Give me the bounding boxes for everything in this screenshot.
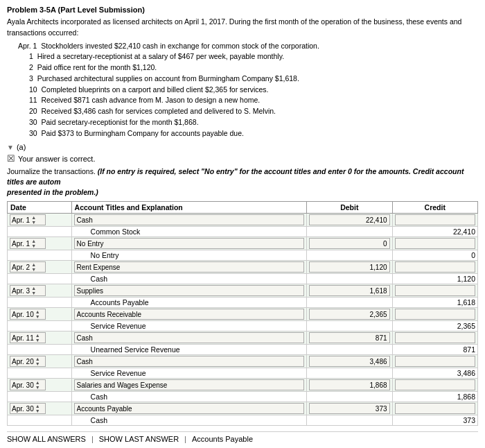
date-arrows[interactable]: ▲▼ xyxy=(31,262,36,272)
debit-input[interactable] xyxy=(309,309,389,320)
date-cell[interactable]: Apr. 30 ▲▼ xyxy=(8,379,72,392)
credit-cell[interactable] xyxy=(392,379,477,392)
credit-cell[interactable] xyxy=(392,261,477,274)
debit-input[interactable] xyxy=(309,403,389,414)
date-arrows[interactable]: ▲▼ xyxy=(35,404,40,413)
date-arrows[interactable]: ▲▼ xyxy=(35,356,40,366)
account-input[interactable] xyxy=(74,379,305,390)
account-cell[interactable] xyxy=(71,308,307,321)
account-cell-sub: Unearned Service Revenue xyxy=(71,345,307,355)
account-cell[interactable] xyxy=(71,379,307,392)
credit-input[interactable] xyxy=(395,261,475,273)
date-input[interactable]: Apr. 30 ▲▼ xyxy=(10,379,46,390)
debit-input[interactable] xyxy=(309,332,389,343)
debit-input[interactable] xyxy=(309,356,389,367)
debit-cell[interactable] xyxy=(307,402,392,415)
credit-input[interactable] xyxy=(395,309,475,320)
date-input[interactable]: Apr. 10 ▲▼ xyxy=(10,309,46,320)
date-cell[interactable]: Apr. 30 ▲▼ xyxy=(8,402,72,415)
account-cell[interactable] xyxy=(71,331,307,345)
debit-input[interactable] xyxy=(309,214,389,225)
account-cell-sub: Common Stock xyxy=(71,227,307,237)
date-arrows[interactable]: ▲▼ xyxy=(35,380,40,390)
date-cell[interactable]: Apr. 11 ▲▼ xyxy=(8,331,72,345)
account-cell[interactable] xyxy=(71,237,307,250)
table-row: Apr. 30 ▲▼ xyxy=(8,402,478,415)
date-cell[interactable]: Apr. 1 ▲▼ xyxy=(8,214,72,227)
credit-cell[interactable] xyxy=(392,237,477,250)
credit-input[interactable] xyxy=(395,403,475,414)
credit-cell[interactable] xyxy=(392,331,477,345)
date-cell-empty xyxy=(8,321,72,331)
debit-input[interactable] xyxy=(309,285,389,296)
credit-input[interactable] xyxy=(395,214,475,225)
account-input[interactable] xyxy=(74,285,305,296)
credit-input[interactable] xyxy=(395,356,475,367)
table-row: Common Stock 22,410 xyxy=(8,227,478,237)
debit-cell[interactable] xyxy=(307,355,392,368)
credit-cell-value: 373 xyxy=(392,415,477,426)
event-line-2: 1 Hired a secretary-receptionist at a sa… xyxy=(29,51,478,62)
show-last-answer-link[interactable]: SHOW LAST ANSWER xyxy=(99,435,179,443)
toggle-icon[interactable]: ▼ xyxy=(7,144,14,151)
date-arrows[interactable]: ▲▼ xyxy=(35,309,40,319)
date-cell[interactable]: Apr. 3 ▲▼ xyxy=(8,284,72,298)
account-input[interactable] xyxy=(74,214,305,225)
date-arrows[interactable]: ▲▼ xyxy=(31,239,36,248)
credit-cell[interactable] xyxy=(392,402,477,415)
account-input[interactable] xyxy=(74,261,305,273)
event-line-1: Apr. 1 Stockholders invested $22,410 cas… xyxy=(18,41,478,52)
credit-input[interactable] xyxy=(395,285,475,296)
credit-input[interactable] xyxy=(395,379,475,390)
account-cell-sub: No Entry xyxy=(71,250,307,261)
date-input[interactable]: Apr. 1 ▲▼ xyxy=(10,214,46,225)
credit-cell[interactable] xyxy=(392,355,477,368)
account-display-sub: Cash xyxy=(74,275,108,283)
debit-input[interactable] xyxy=(309,379,389,390)
col-header-date: Date xyxy=(8,202,72,214)
credit-cell[interactable] xyxy=(392,308,477,321)
date-input[interactable]: Apr. 11 ▲▼ xyxy=(10,332,46,343)
account-cell[interactable] xyxy=(71,284,307,298)
debit-cell[interactable] xyxy=(307,308,392,321)
date-arrows[interactable]: ▲▼ xyxy=(35,333,40,343)
credit-input[interactable] xyxy=(395,238,475,249)
date-arrows[interactable]: ▲▼ xyxy=(31,286,36,295)
date-input[interactable]: Apr. 20 ▲▼ xyxy=(10,356,46,367)
date-arrows[interactable]: ▲▼ xyxy=(31,215,36,225)
credit-input[interactable] xyxy=(395,332,475,343)
account-input[interactable] xyxy=(74,356,305,367)
show-all-answers-link[interactable]: SHOW ALL ANSWERS xyxy=(7,435,86,443)
credit-cell[interactable] xyxy=(392,284,477,298)
section-a-toggle[interactable]: ▼ (a) xyxy=(7,143,478,151)
date-cell[interactable]: Apr. 2 ▲▼ xyxy=(8,261,72,274)
debit-cell[interactable] xyxy=(307,379,392,392)
account-cell[interactable] xyxy=(71,214,307,227)
credit-cell[interactable] xyxy=(392,214,477,227)
debit-cell[interactable] xyxy=(307,237,392,250)
debit-input[interactable] xyxy=(309,238,389,249)
date-cell-empty xyxy=(8,227,72,237)
account-input[interactable] xyxy=(74,309,305,320)
date-cell[interactable]: Apr. 20 ▲▼ xyxy=(8,355,72,368)
debit-cell[interactable] xyxy=(307,214,392,227)
account-input[interactable] xyxy=(74,238,305,249)
date-cell-empty xyxy=(8,298,72,308)
date-cell[interactable]: Apr. 10 ▲▼ xyxy=(8,308,72,321)
date-input[interactable]: Apr. 2 ▲▼ xyxy=(10,261,46,273)
event-line-6: 11 Received $871 cash advance from M. Ja… xyxy=(29,95,478,106)
date-input[interactable]: Apr. 3 ▲▼ xyxy=(10,285,46,296)
debit-cell[interactable] xyxy=(307,261,392,274)
debit-input[interactable] xyxy=(309,261,389,273)
date-cell[interactable]: Apr. 1 ▲▼ xyxy=(8,237,72,250)
date-input[interactable]: Apr. 1 ▲▼ xyxy=(10,238,46,249)
date-input[interactable]: Apr. 30 ▲▼ xyxy=(10,403,46,414)
account-input[interactable] xyxy=(74,332,305,343)
checkbox-checked-icon: ☒ xyxy=(7,153,15,164)
account-cell[interactable] xyxy=(71,402,307,415)
account-cell[interactable] xyxy=(71,261,307,274)
debit-cell[interactable] xyxy=(307,331,392,345)
debit-cell[interactable] xyxy=(307,284,392,298)
account-cell[interactable] xyxy=(71,355,307,368)
account-input[interactable] xyxy=(74,403,305,414)
